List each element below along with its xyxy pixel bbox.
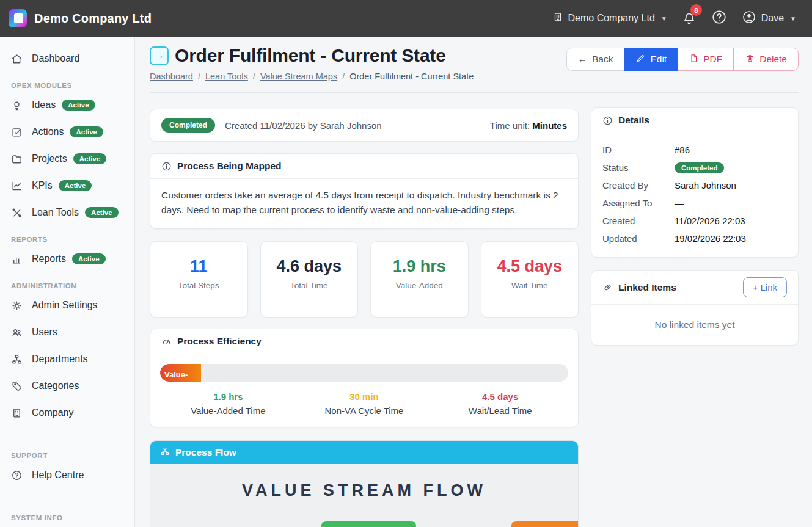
sidebar-item-label: Users bbox=[32, 327, 57, 338]
help-circle-icon bbox=[711, 9, 727, 27]
sidebar-item-label: Actions bbox=[32, 126, 64, 137]
status-badge: Completed bbox=[675, 162, 724, 173]
detail-row-id: ID #86 bbox=[602, 141, 787, 159]
sidebar-item-projects[interactable]: Projects Active bbox=[0, 145, 134, 172]
sidebar-item-label: Ideas bbox=[32, 100, 56, 111]
diagram-title: VALUE STREAM FLOW bbox=[150, 464, 578, 500]
sidebar-item-categories[interactable]: Categories bbox=[0, 373, 134, 399]
company-selector[interactable]: Demo Company Ltd ▼ bbox=[552, 12, 667, 25]
action-buttons: ← Back Edit PDF Delete bbox=[566, 48, 799, 71]
card-title: Process Being Mapped bbox=[177, 161, 282, 172]
tools-icon bbox=[11, 206, 23, 219]
brand-name: Demo Company Ltd bbox=[34, 12, 152, 26]
status-badge: Active bbox=[59, 180, 92, 191]
sidebar-item-admin-settings[interactable]: Admin Settings bbox=[0, 292, 134, 319]
building-icon bbox=[11, 407, 23, 419]
user-menu[interactable]: Dave ▼ bbox=[742, 10, 796, 27]
flow-step-order-received: Order Received bbox=[321, 521, 416, 527]
metric-value-added-time: 1.9 hrs Value-Added Time bbox=[160, 391, 296, 416]
value-stream-diagram: VALUE STREAM FLOW Order Received Order A… bbox=[150, 464, 578, 527]
check-square-icon bbox=[11, 126, 23, 138]
info-icon bbox=[161, 161, 172, 172]
link-icon bbox=[602, 282, 613, 293]
delete-button[interactable]: Delete bbox=[734, 48, 799, 71]
sidebar-item-ideas[interactable]: Ideas Active bbox=[0, 92, 134, 118]
card-title: Details bbox=[618, 115, 649, 126]
sidebar-item-kpis[interactable]: KPIs Active bbox=[0, 172, 134, 199]
sidebar-item-label: Categories bbox=[32, 380, 79, 391]
efficiency-bar-segment: Value-Added bbox=[160, 364, 201, 382]
info-icon bbox=[602, 115, 613, 126]
process-flow-card: Process Flow VALUE STREAM FLOW Order Rec… bbox=[150, 440, 579, 527]
sidebar-item-dashboard[interactable]: Dashboard bbox=[0, 45, 134, 72]
bar-chart-icon bbox=[11, 253, 23, 265]
stat-total-steps: 11 Total Steps bbox=[150, 241, 248, 318]
sidebar-item-reports[interactable]: Reports Active bbox=[0, 245, 134, 272]
detail-row-updated: Updated 19/02/2026 22:03 bbox=[602, 230, 787, 247]
sidebar: Dashboard OPEX MODULES Ideas Active Acti… bbox=[0, 37, 135, 527]
user-name: Dave bbox=[761, 13, 784, 24]
home-icon bbox=[11, 53, 23, 65]
breadcrumb-link-value-stream-maps[interactable]: Value Stream Maps bbox=[260, 71, 337, 81]
lightbulb-icon bbox=[11, 99, 23, 111]
stat-wait-time: 4.5 days Wait Time bbox=[481, 241, 579, 318]
detail-row-created: Created 11/02/2026 22:03 bbox=[602, 212, 787, 230]
process-efficiency-card: Process Efficiency Value-Added 1.9 hrs V… bbox=[150, 329, 579, 427]
sidebar-item-departments[interactable]: Departments bbox=[0, 346, 134, 373]
sidebar-item-label: KPIs bbox=[32, 180, 53, 191]
building-icon bbox=[552, 12, 563, 25]
card-title: Linked Items bbox=[618, 282, 676, 293]
line-chart-icon bbox=[11, 180, 23, 192]
sidebar-section-title: SUPPORT bbox=[11, 452, 134, 459]
detail-row-assigned-to: Assigned To — bbox=[602, 194, 787, 212]
time-unit: Time unit: Minutes bbox=[490, 120, 567, 131]
detail-row-created-by: Created By Sarah Johnson bbox=[602, 176, 787, 194]
page-title: Order Fulfilment - Current State bbox=[175, 45, 446, 66]
edit-button[interactable]: Edit bbox=[624, 48, 678, 71]
sidebar-item-label: Departments bbox=[32, 354, 88, 365]
card-title: Process Efficiency bbox=[177, 336, 262, 347]
sidebar-section-title: OPEX MODULES bbox=[11, 82, 134, 89]
status-badge: Active bbox=[85, 207, 119, 218]
sidebar-item-label: Dashboard bbox=[32, 53, 79, 64]
process-description: Customer orders take an average of 4.5 d… bbox=[150, 179, 578, 228]
stat-total-time: 4.6 days Total Time bbox=[260, 241, 359, 318]
status-badge: Active bbox=[70, 126, 103, 137]
trash-icon bbox=[745, 54, 755, 65]
notification-count-badge: 8 bbox=[690, 4, 702, 16]
sitemap-icon bbox=[160, 446, 170, 459]
stat-value-added: 1.9 hrs Value-Added bbox=[370, 241, 469, 318]
linked-items-empty-text: No linked items yet bbox=[591, 305, 798, 345]
help-button[interactable] bbox=[711, 9, 727, 27]
gauge-icon bbox=[161, 336, 172, 347]
breadcrumb-link-dashboard[interactable]: Dashboard bbox=[150, 71, 193, 81]
sidebar-section-title: SYSTEM INFO bbox=[11, 514, 134, 522]
status-badge: Active bbox=[72, 253, 106, 264]
factory-icon bbox=[182, 524, 226, 527]
app-logo bbox=[9, 9, 27, 27]
tag-icon bbox=[11, 380, 23, 392]
sidebar-section-title: ADMINISTRATION bbox=[11, 282, 134, 289]
sidebar-item-label: Reports bbox=[32, 253, 66, 264]
add-link-button[interactable]: + Link bbox=[743, 277, 787, 297]
sidebar-item-label: Lean Tools bbox=[32, 207, 79, 218]
created-by-text: Created 11/02/2026 by Sarah Johnson bbox=[225, 120, 382, 131]
sidebar-item-company[interactable]: Company bbox=[0, 399, 134, 426]
sidebar-section-title: REPORTS bbox=[11, 236, 134, 243]
metric-wait-lead-time: 4.5 days Wait/Lead Time bbox=[432, 391, 568, 416]
pdf-button[interactable]: PDF bbox=[678, 48, 734, 71]
sidebar-item-lean-tools[interactable]: Lean Tools Active bbox=[0, 199, 134, 226]
notifications-button[interactable]: 8 bbox=[682, 12, 697, 29]
breadcrumb-link-lean-tools[interactable]: Lean Tools bbox=[205, 71, 248, 81]
breadcrumb-current: Order Fulfilment - Current State bbox=[349, 71, 474, 81]
efficiency-bar: Value-Added bbox=[160, 364, 568, 382]
sidebar-item-users[interactable]: Users bbox=[0, 319, 134, 346]
folder-icon bbox=[11, 153, 23, 165]
status-badge: Completed bbox=[161, 118, 215, 133]
pdf-file-icon bbox=[689, 54, 698, 65]
back-button[interactable]: ← Back bbox=[566, 48, 625, 71]
sidebar-item-help-centre[interactable]: Help Centre bbox=[0, 462, 134, 489]
avatar bbox=[742, 10, 756, 27]
help-circle-icon bbox=[11, 469, 23, 481]
sidebar-item-actions[interactable]: Actions Active bbox=[0, 118, 134, 145]
